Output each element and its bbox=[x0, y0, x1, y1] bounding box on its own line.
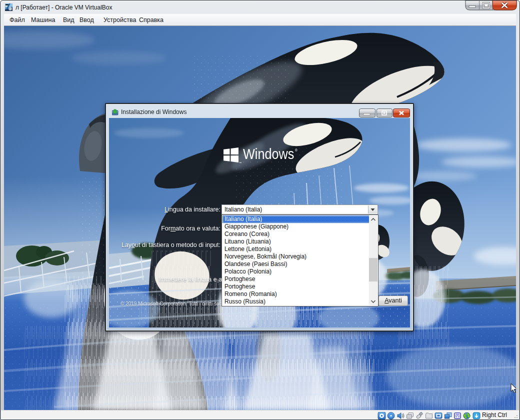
svg-text:™: ™ bbox=[239, 162, 242, 164]
svg-text:V: V bbox=[456, 414, 459, 418]
svg-text:9: 9 bbox=[10, 7, 12, 10]
